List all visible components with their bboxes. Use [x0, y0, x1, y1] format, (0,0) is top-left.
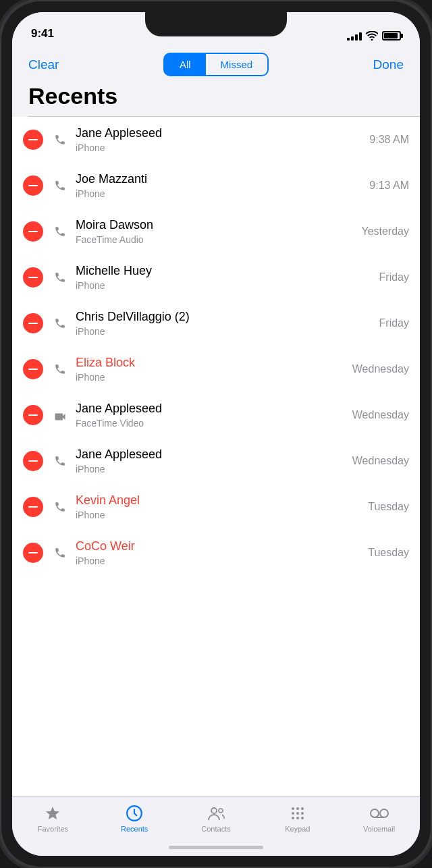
call-time: Friday [379, 271, 409, 283]
star-icon [43, 804, 62, 823]
svg-point-9 [292, 817, 294, 819]
done-button[interactable]: Done [373, 57, 404, 72]
delete-button[interactable] [23, 267, 43, 288]
call-name: Jane Appleseed [76, 401, 352, 416]
call-info: Kevin Angel iPhone [76, 493, 368, 521]
call-name: Kevin Angel [76, 493, 368, 508]
tab-label-keypad: Keypad [285, 825, 310, 833]
call-type: iPhone [76, 142, 369, 154]
status-icons [347, 31, 401, 42]
svg-point-11 [301, 817, 304, 819]
clock-icon [125, 804, 144, 823]
call-type: iPhone [76, 463, 352, 475]
list-item: CoCo Weir iPhone Tuesday [12, 530, 420, 576]
call-info: Jane Appleseed FaceTime Video [76, 401, 352, 429]
svg-point-4 [296, 807, 299, 810]
delete-button[interactable] [23, 130, 43, 150]
delete-button[interactable] [23, 497, 43, 517]
list-item: Kevin Angel iPhone Tuesday [12, 484, 420, 530]
phone-icon [53, 454, 68, 468]
svg-point-7 [296, 812, 299, 815]
svg-point-1 [211, 808, 217, 813]
delete-button[interactable] [23, 175, 43, 196]
tab-label-contacts: Contacts [201, 825, 230, 833]
phone-icon [53, 499, 68, 514]
svg-point-2 [219, 809, 223, 813]
call-info: Moira Dawson FaceTime Audio [76, 217, 361, 246]
list-item: Joe Mazzanti iPhone 9:13 AM [12, 163, 420, 209]
call-time: Wednesday [352, 409, 409, 421]
all-tab[interactable]: All [165, 54, 206, 75]
page-title: Recents [12, 80, 420, 116]
tab-label-recents: Recents [121, 825, 148, 833]
svg-point-12 [371, 809, 379, 817]
call-type: iPhone [76, 325, 379, 337]
svg-point-5 [301, 807, 304, 810]
call-type: FaceTime Video [76, 417, 352, 429]
call-time: Tuesday [368, 501, 409, 513]
delete-button[interactable] [23, 543, 43, 563]
list-item: Jane Appleseed FaceTime Video Wednesday [12, 392, 420, 438]
call-type: iPhone [76, 555, 368, 567]
call-type: FaceTime Audio [76, 234, 361, 246]
call-name: CoCo Weir [76, 539, 368, 554]
delete-button[interactable] [23, 405, 43, 425]
call-info: Jane Appleseed iPhone [76, 126, 369, 154]
call-time: Tuesday [368, 547, 409, 559]
home-indicator [169, 846, 263, 849]
call-info: Eliza Block iPhone [76, 355, 352, 383]
tab-label-favorites: Favorites [38, 825, 68, 833]
call-time: Wednesday [352, 455, 409, 467]
tab-contacts[interactable]: Contacts [176, 804, 257, 833]
call-type: iPhone [76, 188, 369, 200]
tab-voicemail[interactable]: Voicemail [338, 804, 420, 833]
call-info: Michelle Huey iPhone [76, 263, 379, 292]
list-item: Jane Appleseed iPhone Wednesday [12, 438, 420, 484]
phone-icon [53, 132, 68, 147]
tab-label-voicemail: Voicemail [363, 825, 395, 833]
phone-icon [53, 316, 68, 331]
tab-keypad[interactable]: Keypad [256, 804, 338, 833]
call-type: iPhone [76, 279, 379, 292]
people-icon [207, 804, 225, 823]
call-info: Chris DelVillaggio (2) iPhone [76, 309, 379, 337]
svg-point-8 [301, 812, 304, 815]
segmented-control: All Missed [163, 53, 269, 76]
call-time: Friday [379, 317, 409, 329]
delete-button[interactable] [23, 221, 43, 242]
call-type: iPhone [76, 509, 368, 521]
call-name: Chris DelVillaggio (2) [76, 309, 379, 325]
clear-button[interactable]: Clear [28, 57, 59, 72]
list-item: Eliza Block iPhone Wednesday [12, 346, 420, 392]
call-time: Wednesday [352, 363, 409, 375]
delete-button[interactable] [23, 451, 43, 471]
content-area: Clear All Missed Done Recents [12, 47, 420, 856]
call-name: Jane Appleseed [76, 447, 352, 462]
phone-icon [53, 545, 68, 560]
call-info: CoCo Weir iPhone [76, 539, 368, 567]
battery-icon [382, 31, 401, 40]
call-list: Jane Appleseed iPhone 9:38 AM Joe Mazzan… [12, 117, 420, 796]
phone-frame: 9:41 [0, 0, 432, 868]
svg-point-10 [296, 817, 299, 819]
wifi-icon [366, 31, 378, 40]
delete-button[interactable] [23, 313, 43, 333]
call-name: Eliza Block [76, 355, 352, 371]
call-time: 9:38 AM [369, 134, 409, 146]
tab-recents[interactable]: Recents [94, 804, 176, 833]
call-type: iPhone [76, 371, 352, 383]
list-item: Michelle Huey iPhone Friday [12, 254, 420, 300]
phone-icon [53, 224, 68, 239]
missed-tab[interactable]: Missed [206, 54, 268, 75]
call-name: Michelle Huey [76, 263, 379, 279]
keypad-icon [288, 804, 307, 823]
call-info: Jane Appleseed iPhone [76, 447, 352, 475]
svg-point-6 [292, 812, 294, 815]
list-item: Chris DelVillaggio (2) iPhone Friday [12, 300, 420, 346]
delete-button[interactable] [23, 359, 43, 379]
status-time: 9:41 [31, 27, 54, 42]
svg-point-3 [292, 807, 294, 810]
call-name: Moira Dawson [76, 217, 361, 233]
phone-icon [53, 270, 68, 285]
tab-favorites[interactable]: Favorites [12, 804, 94, 833]
